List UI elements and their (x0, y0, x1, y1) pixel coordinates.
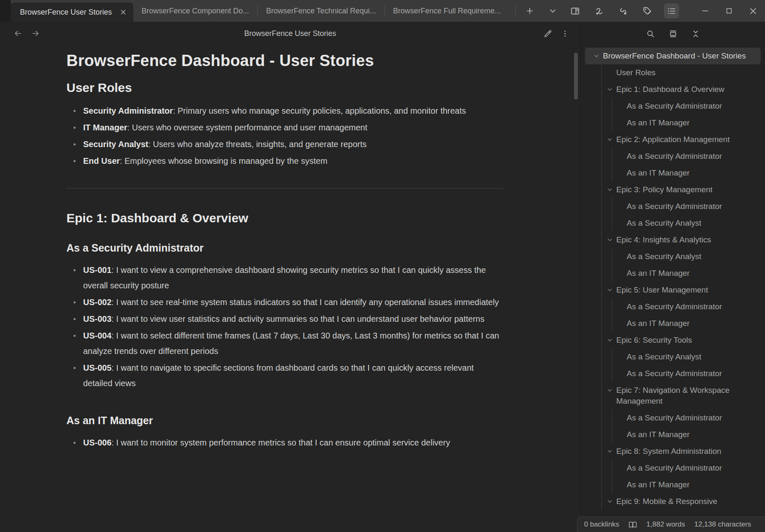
divider (66, 188, 503, 188)
chevron-down-icon[interactable] (607, 134, 616, 143)
tab-user-stories[interactable]: BrowserFence User Stories (11, 3, 133, 22)
list-item: US-006: I want to monitor system perform… (66, 435, 503, 451)
outline-item-epic-6[interactable]: Epic 6: Security Tools (602, 332, 762, 349)
outline-button[interactable] (664, 3, 679, 18)
window-corner (0, 0, 11, 22)
indent-guide: As a Security Administrator As an IT Man… (612, 298, 762, 332)
toolbar-separator (515, 5, 516, 17)
list-item: US-004: I want to select different time … (66, 328, 503, 359)
chevron-down-icon[interactable] (607, 446, 616, 454)
list-item: IT Manager: Users who oversee system per… (66, 120, 503, 135)
outline-item[interactable]: As a Security Administrator (612, 460, 762, 476)
outline-item[interactable]: As a Security Administrator (612, 365, 762, 382)
outline-item-epic-4[interactable]: Epic 4: Insights & Analytics (602, 232, 762, 248)
minimize-icon (701, 6, 710, 15)
list-item: Security Administrator: Primary users wh… (66, 103, 503, 119)
outline-item[interactable]: As a Security Administrator (612, 410, 762, 426)
pencil-icon (544, 29, 552, 38)
outline-item[interactable]: As an IT Manager (612, 115, 762, 131)
indent-guide: As a Security Administrator As a Securit… (612, 198, 762, 232)
minimize-button[interactable] (693, 0, 717, 22)
outline-expand-all-button[interactable] (668, 29, 678, 38)
outline-item[interactable]: As an IT Manager (612, 426, 762, 443)
close-window-button[interactable] (741, 0, 765, 22)
maximize-button[interactable] (717, 0, 741, 22)
indent-guide: As a Security Administrator As an IT Man… (612, 98, 762, 131)
list-item: US-003: I want to view user statistics a… (66, 311, 503, 327)
chevron-down-icon[interactable] (607, 335, 616, 343)
close-icon (749, 7, 757, 15)
document-content: BrowserFence Dashboard - User Stories Us… (0, 45, 580, 451)
heading-as-security-administrator: As a Security Administrator (66, 242, 503, 254)
bullet-list-icon (667, 6, 676, 16)
outline-panel-header (581, 22, 765, 46)
outline-collapse-all-button[interactable] (691, 29, 700, 38)
outline-item[interactable]: As an IT Manager (612, 165, 762, 181)
outline-item-epic-5[interactable]: Epic 5: User Management (602, 282, 762, 298)
tab-label: BrowserFence Component Do... (142, 7, 249, 15)
backlinks-count[interactable]: 0 backlinks (584, 520, 619, 529)
outline-item[interactable]: As a Security Administrator (612, 148, 762, 165)
outline-item[interactable]: As an IT Manager (612, 315, 762, 332)
outline-item-epic-3[interactable]: Epic 3: Policy Management (602, 181, 762, 198)
chevron-down-icon[interactable] (607, 496, 616, 504)
outline-item-epic-9[interactable]: Epic 9: Mobile & Responsive (602, 493, 762, 510)
outline-item-root[interactable]: BrowserFence Dashboard - User Stories (585, 48, 761, 64)
tab-label: BrowserFence Full Requireme... (393, 7, 501, 15)
indent-guide: User Roles Epic 1: Dashboard & Overview … (601, 64, 762, 510)
edit-mode-button[interactable] (544, 29, 552, 38)
chevron-down-icon[interactable] (607, 285, 616, 293)
tab-component-doc[interactable]: BrowserFence Component Do... (133, 0, 257, 22)
chevron-down-icon[interactable] (607, 84, 616, 92)
new-tab-button[interactable] (522, 3, 537, 18)
sidebar-right-icon (570, 6, 580, 16)
outline-item[interactable]: As a Security Administrator (612, 298, 762, 315)
titlebar: BrowserFence User Stories BrowserFence C… (0, 0, 765, 22)
outline-item-epic-8[interactable]: Epic 8: System Administration (602, 443, 762, 460)
chevron-down-icon[interactable] (593, 51, 603, 59)
incoming-link-icon (595, 6, 604, 16)
list-item: End User: Employees whose browsing is ma… (66, 153, 503, 169)
chevron-down-icon[interactable] (607, 234, 616, 243)
outline-item[interactable]: As an IT Manager (612, 265, 762, 282)
character-count: 12,138 characters (694, 520, 751, 529)
search-icon (646, 29, 655, 38)
tab-list-dropdown-button[interactable] (545, 3, 560, 18)
tab-label: BrowserFence User Stories (20, 8, 112, 17)
outline-item-user-roles[interactable]: User Roles (602, 64, 762, 81)
list-item: Security Analyst: Users who analyze thre… (66, 137, 503, 152)
backlinks-button[interactable] (592, 3, 607, 18)
epic1-admin-list: US-001: I want to view a comprehensive d… (66, 262, 503, 391)
more-options-button[interactable] (561, 29, 569, 38)
close-tab-icon[interactable] (120, 9, 127, 15)
outgoing-link-icon (618, 6, 628, 16)
outline-panel: BrowserFence Dashboard - User Stories Us… (580, 22, 765, 532)
reading-view-indicator[interactable] (628, 520, 637, 529)
outline-search-button[interactable] (646, 29, 655, 38)
outline-item[interactable]: As a Security Administrator (612, 98, 762, 115)
main-scrollbar[interactable] (574, 53, 578, 99)
tags-button[interactable] (640, 3, 655, 18)
outline-item-epic-2[interactable]: Epic 2: Application Management (602, 131, 762, 148)
outline-item-epic-1[interactable]: Epic 1: Dashboard & Overview (602, 81, 762, 98)
list-item: US-001: I want to view a comprehensive d… (66, 262, 503, 293)
word-count: 1,882 words (646, 520, 685, 529)
outline-item-epic-7[interactable]: Epic 7: Navigation & Workspace Managemen… (602, 382, 762, 410)
plus-icon (525, 6, 534, 15)
outline-item[interactable]: As a Security Analyst (612, 215, 762, 232)
chevron-down-icon[interactable] (607, 385, 616, 393)
tab-full-requirements[interactable]: BrowserFence Full Requireme... (385, 0, 509, 22)
indent-guide: As a Security Analyst As an IT Manager (612, 248, 762, 282)
outline-item[interactable]: As an IT Manager (612, 476, 762, 493)
outline-item[interactable]: As a Security Analyst (612, 248, 762, 265)
tab-label: BrowserFence Technical Requi... (266, 7, 376, 15)
outgoing-links-button[interactable] (616, 3, 631, 18)
toggle-right-sidebar-button[interactable] (568, 3, 583, 18)
editor-pane: BrowserFence User Stories BrowserFence D… (0, 22, 580, 532)
expand-all-icon (668, 29, 678, 38)
chevron-down-icon[interactable] (607, 184, 616, 193)
view-title: BrowserFence User Stories (0, 29, 580, 38)
outline-item[interactable]: As a Security Administrator (612, 198, 762, 215)
outline-item[interactable]: As a Security Analyst (612, 349, 762, 365)
tab-technical-requirements[interactable]: BrowserFence Technical Requi... (258, 0, 384, 22)
